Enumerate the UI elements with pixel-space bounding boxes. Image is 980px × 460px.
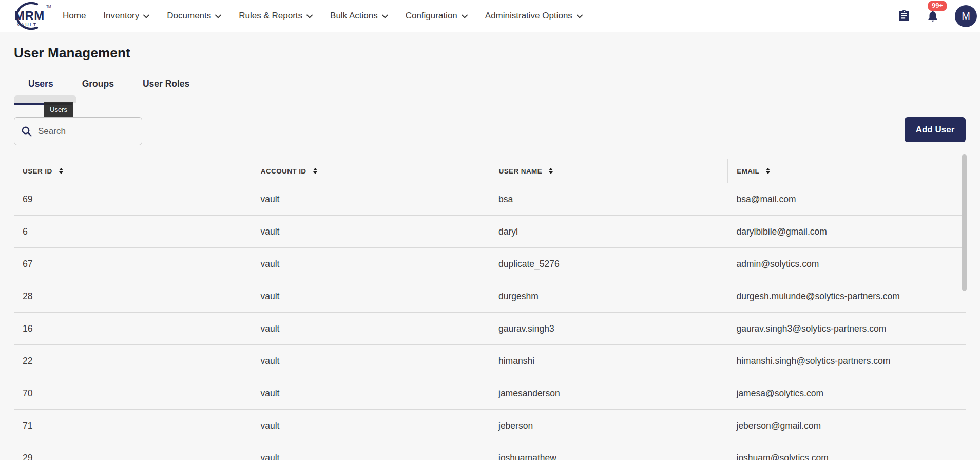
column-header-email[interactable]: EMAIL xyxy=(727,159,966,183)
cell-account-id: vault xyxy=(252,453,490,460)
cell-user-name: duplicate_5276 xyxy=(490,259,728,270)
chevron-down-icon xyxy=(143,14,149,18)
cell-email: himanshi.singh@solytics-partners.com xyxy=(728,356,966,367)
nav-item-home[interactable]: Home xyxy=(63,11,86,21)
cell-user-id: 16 xyxy=(14,323,252,334)
users-table: USER ID ACCOUNT ID USER NAME EMAIL 69 va… xyxy=(14,159,966,460)
app-logo[interactable]: MRM TM VAULT xyxy=(5,1,52,31)
cell-user-name: gaurav.singh3 xyxy=(490,323,728,334)
cell-account-id: vault xyxy=(252,356,490,367)
search-input[interactable] xyxy=(37,126,137,137)
tab-users[interactable]: Users xyxy=(14,72,68,89)
column-header-account-id[interactable]: ACCOUNT ID xyxy=(252,159,490,183)
column-header-user-name[interactable]: USER NAME xyxy=(490,159,728,183)
chevron-down-icon xyxy=(382,14,388,18)
column-header-label: USER NAME xyxy=(499,167,543,175)
table-row[interactable]: 67 vault duplicate_5276 admin@solytics.c… xyxy=(14,248,966,280)
nav-item-label: Home xyxy=(63,11,86,21)
tab-label: Groups xyxy=(82,79,114,89)
bell-icon xyxy=(926,9,939,23)
tasks-button[interactable] xyxy=(897,9,911,23)
tab-bar: Users Groups User Roles Users xyxy=(14,72,966,105)
notification-badge: 99+ xyxy=(928,1,947,11)
nav-item-label: Rules & Reports xyxy=(239,11,302,21)
cell-email: jeberson@gmail.com xyxy=(728,420,966,431)
nav-item-rules-reports[interactable]: Rules & Reports xyxy=(239,11,313,21)
page-content: User Management Users Groups User Roles … xyxy=(0,45,980,460)
table-row[interactable]: 70 vault jamesanderson jamesa@solytics.c… xyxy=(14,377,966,410)
cell-user-id: 71 xyxy=(14,420,252,431)
table-body: 69 vault bsa bsa@mail.com 6 vault daryl … xyxy=(14,183,966,460)
cell-email: admin@solytics.com xyxy=(728,259,966,270)
cell-account-id: vault xyxy=(252,388,490,399)
nav-item-configuration[interactable]: Configuration xyxy=(406,11,468,21)
nav-item-inventory[interactable]: Inventory xyxy=(103,11,149,21)
cell-user-id: 22 xyxy=(14,356,252,367)
cell-user-id: 67 xyxy=(14,259,252,270)
tab-tooltip: Users xyxy=(44,102,73,117)
nav-item-label: Inventory xyxy=(103,11,139,21)
nav-item-documents[interactable]: Documents xyxy=(167,11,221,21)
tab-label: Users xyxy=(28,79,53,89)
table-row[interactable]: 29 vault joshuamathew joshuam@solytics.c… xyxy=(14,442,966,460)
cell-account-id: vault xyxy=(252,291,490,302)
column-header-user-id[interactable]: USER ID xyxy=(14,159,252,183)
sort-icon[interactable] xyxy=(549,168,553,174)
chevron-down-icon xyxy=(577,14,583,18)
cell-account-id: vault xyxy=(252,259,490,270)
logo-brand-text: MRM xyxy=(14,9,45,23)
cell-user-name: himanshi xyxy=(490,356,728,367)
table-row[interactable]: 16 vault gaurav.singh3 gaurav.singh3@sol… xyxy=(14,313,966,345)
nav-item-administrative-options[interactable]: Administrative Options xyxy=(485,11,583,21)
cell-account-id: vault xyxy=(252,323,490,334)
sort-icon[interactable] xyxy=(766,168,770,174)
clipboard-icon xyxy=(897,9,911,23)
nav-right: 99+ M xyxy=(897,5,977,27)
cell-email: bsa@mail.com xyxy=(728,194,966,205)
top-nav-bar: MRM TM VAULT Home Inventory Documents Ru… xyxy=(0,0,980,32)
tab-label: User Roles xyxy=(143,79,189,89)
notifications-button[interactable]: 99+ xyxy=(926,9,939,23)
chevron-down-icon xyxy=(462,14,468,18)
cell-user-id: 69 xyxy=(14,194,252,205)
scrollbar-thumb[interactable] xyxy=(962,154,967,291)
table-header-row: USER ID ACCOUNT ID USER NAME EMAIL xyxy=(14,159,966,183)
cell-user-name: jeberson xyxy=(490,420,728,431)
chevron-down-icon xyxy=(215,14,221,18)
sort-icon[interactable] xyxy=(313,168,317,174)
column-header-label: USER ID xyxy=(23,167,52,175)
cell-email: gaurav.singh3@solytics-partners.com xyxy=(728,323,966,334)
cell-account-id: vault xyxy=(252,226,490,237)
logo-sub-text: VAULT xyxy=(17,22,37,27)
column-header-label: EMAIL xyxy=(737,167,759,175)
main-nav: Home Inventory Documents Rules & Reports… xyxy=(63,11,583,21)
sort-icon[interactable] xyxy=(59,168,63,174)
chevron-down-icon xyxy=(306,14,313,18)
nav-item-bulk-actions[interactable]: Bulk Actions xyxy=(330,11,388,21)
cell-account-id: vault xyxy=(252,194,490,205)
tab-groups[interactable]: Groups xyxy=(68,72,128,89)
cell-account-id: vault xyxy=(252,420,490,431)
add-user-button[interactable]: Add User xyxy=(905,117,966,142)
nav-item-label: Administrative Options xyxy=(485,11,572,21)
avatar[interactable]: M xyxy=(955,5,977,27)
table-row[interactable]: 6 vault daryl darylbibile@gmail.com xyxy=(14,216,966,248)
cell-user-name: bsa xyxy=(490,194,728,205)
table-row[interactable]: 22 vault himanshi himanshi.singh@solytic… xyxy=(14,345,966,377)
cell-email: jamesa@solytics.com xyxy=(728,388,966,399)
cell-user-name: jamesanderson xyxy=(490,388,728,399)
table-row[interactable]: 71 vault jeberson jeberson@gmail.com xyxy=(14,410,966,442)
cell-user-id: 29 xyxy=(14,453,252,460)
cell-user-id: 28 xyxy=(14,291,252,302)
page-title: User Management xyxy=(14,45,966,61)
tab-user-roles[interactable]: User Roles xyxy=(128,72,204,89)
table-row[interactable]: 28 vault durgeshm durgesh.mulunde@solyti… xyxy=(14,280,966,313)
cell-user-id: 6 xyxy=(14,226,252,237)
toolbar: Add User xyxy=(14,117,966,145)
table-row[interactable]: 69 vault bsa bsa@mail.com xyxy=(14,183,966,216)
nav-item-label: Bulk Actions xyxy=(330,11,378,21)
nav-item-label: Documents xyxy=(167,11,211,21)
logo-tm-text: TM xyxy=(46,5,51,8)
cell-email: joshuam@solytics.com xyxy=(728,453,966,460)
search-box[interactable] xyxy=(14,117,142,145)
